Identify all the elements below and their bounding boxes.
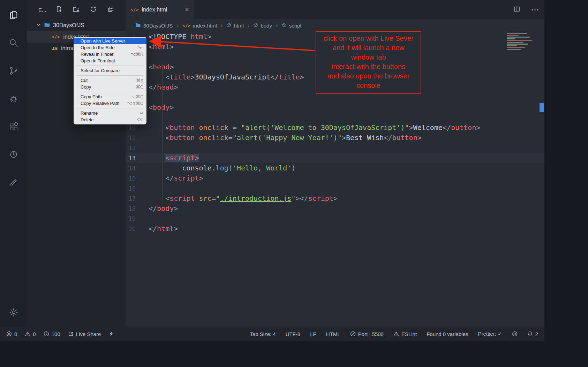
status-bar: 00100Live Share Tab Size: 4UTF-8LFHTMLPo…: [0, 327, 544, 341]
close-tab-icon[interactable]: ×: [185, 6, 189, 14]
code-text: <script src="./introduction.js"></script…: [149, 193, 338, 204]
code-line[interactable]: 10 <button onclick = "alert('Welcome to …: [126, 123, 544, 133]
status-item-info[interactable]: 100: [44, 331, 60, 337]
extensions-icon[interactable]: [5, 116, 22, 137]
breadcrumb-item[interactable]: 30DaysOfJS: [135, 22, 173, 29]
status-item-warning[interactable]: ESLint: [393, 331, 417, 337]
status-label: Found 0 variables: [427, 331, 468, 337]
status-item-error[interactable]: 0: [6, 331, 17, 337]
line-number: 16: [126, 185, 149, 192]
status-item-warning[interactable]: 0: [25, 331, 36, 337]
breadcrumb-item[interactable]: html: [226, 23, 243, 29]
code-text: <title>30DaysOfJavaScript</title>: [149, 72, 304, 82]
info-icon: [44, 331, 49, 337]
code-line[interactable]: 15 </script>: [126, 173, 544, 183]
context-menu-item[interactable]: Rename↩: [74, 110, 146, 116]
status-item[interactable]: Prettier: ✓: [478, 331, 502, 337]
explorer-header: E...: [27, 0, 126, 20]
menu-item-label: Open in Terminal: [81, 58, 115, 63]
breadcrumb-item[interactable]: script: [282, 23, 302, 29]
search-icon[interactable]: [5, 33, 22, 53]
new-file-icon[interactable]: [56, 6, 62, 14]
code-line[interactable]: 20</html>: [126, 224, 544, 234]
context-menu-item[interactable]: Copy Path⌥⌘C: [74, 93, 146, 100]
source-control-icon[interactable]: [5, 61, 22, 81]
annotation-text: console: [318, 81, 419, 90]
html-file-icon: </>: [52, 34, 60, 39]
explorer-title: E...: [38, 7, 46, 13]
line-number: 13: [126, 155, 149, 162]
breadcrumb-separator: ›: [221, 22, 223, 29]
code-line[interactable]: 9: [126, 113, 544, 123]
settings-gear-icon[interactable]: [5, 302, 22, 322]
breadcrumb-item[interactable]: </>index.html: [182, 23, 217, 29]
js-file-icon: JS: [52, 46, 58, 51]
status-item-live-share[interactable]: Live Share: [68, 331, 101, 337]
code-line[interactable]: 19: [126, 214, 544, 224]
status-item-bell[interactable]: 2: [527, 331, 538, 337]
status-item-lightning[interactable]: [108, 331, 114, 337]
status-item[interactable]: Tab Size: 4: [250, 331, 276, 337]
context-menu-item[interactable]: Open to the Side^↩: [74, 44, 146, 51]
line-number: 14: [126, 165, 149, 172]
context-menu-item[interactable]: Copy⌘C: [74, 84, 146, 90]
code-line[interactable]: 8<body>: [126, 102, 544, 113]
context-menu-item[interactable]: Select for Compare: [74, 67, 146, 74]
code-line[interactable]: 11 <button onclick="alert('Happy New Yea…: [126, 133, 544, 143]
minimap[interactable]: [506, 32, 538, 55]
context-menu-item[interactable]: Open with Live Server: [74, 38, 146, 44]
menu-item-shortcut: ⌥⌘R: [131, 52, 143, 57]
menu-item-shortcut: ⌘C: [136, 84, 143, 90]
folder-row-30daysofjs[interactable]: 30DaysOfJS: [27, 20, 126, 31]
code-line[interactable]: 13 <script>: [126, 153, 544, 163]
refresh-icon[interactable]: [90, 6, 97, 14]
context-menu-item[interactable]: Reveal in Finder⌥⌘R: [74, 51, 146, 58]
code-text: console.log('Hello, World'): [149, 163, 295, 173]
debug-icon[interactable]: [5, 89, 22, 109]
breadcrumb: 30DaysOfJS›</>index.html›html›body›scrip…: [126, 19, 544, 32]
status-label: Tab Size: 4: [250, 331, 276, 337]
status-item[interactable]: UTF-8: [286, 331, 301, 337]
history-icon[interactable]: [5, 144, 22, 165]
code-line[interactable]: 16: [126, 183, 544, 193]
code-line[interactable]: 18</body>: [126, 204, 544, 214]
warning-icon: [25, 331, 30, 337]
annotation-text: window tab: [318, 53, 419, 62]
status-item-port[interactable]: Port : 5500: [350, 331, 384, 337]
split-editor-icon[interactable]: [513, 6, 520, 14]
folder-label: 30DaysOfJS: [53, 22, 84, 29]
line-number: 18: [126, 205, 149, 212]
tab-title: index.html: [142, 7, 167, 13]
activity-bar: [0, 0, 27, 327]
breadcrumb-separator: ›: [248, 22, 250, 29]
breadcrumb-label: body: [261, 23, 272, 29]
overview-ruler[interactable]: [539, 32, 544, 327]
tab-index-html[interactable]: </> index.html ×: [126, 0, 194, 19]
annotation-text: interact with the buttons: [318, 62, 419, 71]
code-text: </script>: [149, 173, 203, 183]
explorer-icon[interactable]: [5, 5, 22, 25]
more-actions-icon[interactable]: ⋯: [531, 5, 540, 15]
collapse-all-icon[interactable]: [107, 6, 114, 14]
context-menu-item[interactable]: Copy Relative Path⌥⇧⌘C: [74, 100, 146, 107]
feedback-pen-icon[interactable]: [5, 172, 22, 192]
status-item[interactable]: LF: [310, 331, 316, 337]
context-menu-item[interactable]: Delete⌫: [74, 116, 146, 123]
context-menu-item[interactable]: Open in Terminal: [74, 58, 146, 64]
code-line[interactable]: 14 console.log('Hello, World'): [126, 163, 544, 173]
status-item[interactable]: HTML: [326, 331, 340, 337]
status-label: ESLint: [401, 331, 417, 337]
new-folder-icon[interactable]: [73, 6, 80, 14]
status-item-smiley[interactable]: [512, 331, 518, 337]
status-label: 0: [14, 331, 17, 337]
breadcrumb-item[interactable]: body: [253, 23, 272, 29]
line-number: 10: [126, 124, 149, 131]
line-number: 19: [126, 215, 149, 222]
code-line[interactable]: 17 <script src="./introduction.js"></scr…: [126, 193, 544, 204]
status-item[interactable]: Found 0 variables: [427, 331, 468, 337]
live-share-icon: [68, 331, 74, 337]
overview-marker: [540, 103, 544, 112]
menu-separator: [76, 92, 144, 92]
code-line[interactable]: 12: [126, 143, 544, 153]
context-menu-item[interactable]: Cut⌘X: [74, 77, 146, 84]
